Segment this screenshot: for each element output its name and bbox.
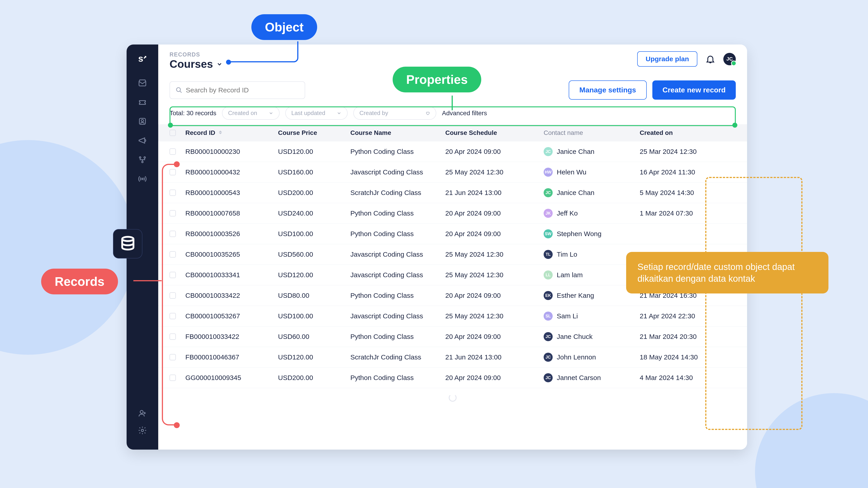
column-contact-name[interactable]: Contact name bbox=[544, 129, 640, 136]
cell-record-id: RB000010000230 bbox=[185, 148, 278, 156]
table-row[interactable]: RB000010000543USD200.00ScratchJr Coding … bbox=[158, 183, 747, 203]
filter-created-by[interactable]: Created by bbox=[353, 106, 436, 120]
cell-price: USD60.00 bbox=[278, 333, 350, 340]
cell-record-id: RB000010007658 bbox=[185, 209, 278, 217]
svg-point-9 bbox=[122, 237, 133, 241]
cell-course-name: Javascript Coding Class bbox=[350, 168, 445, 176]
upgrade-plan-button[interactable]: Upgrade plan bbox=[637, 51, 698, 67]
table-row[interactable]: GG000010009345USD200.00Python Coding Cla… bbox=[158, 367, 747, 388]
cell-contact: SLSam Li bbox=[544, 312, 640, 321]
advanced-filters-link[interactable]: Advanced filters bbox=[442, 109, 487, 117]
records-connector-dot bbox=[174, 161, 180, 167]
annotation-object-label: Object bbox=[251, 14, 317, 40]
cell-contact: EKEsther Kang bbox=[544, 291, 640, 300]
cell-price: USD200.00 bbox=[278, 189, 350, 197]
cell-schedule: 25 May 2024 12:30 bbox=[445, 251, 544, 258]
contact-icon[interactable] bbox=[135, 115, 149, 128]
inbox-icon[interactable] bbox=[135, 76, 149, 90]
column-course-price[interactable]: Course Price bbox=[278, 129, 350, 136]
column-created-on[interactable]: Created on bbox=[640, 129, 736, 136]
contact-avatar: EK bbox=[544, 291, 553, 300]
cell-price: USD120.00 bbox=[278, 353, 350, 361]
cell-contact: JCJane Chuck bbox=[544, 332, 640, 341]
search-field[interactable] bbox=[186, 86, 299, 94]
flow-icon[interactable] bbox=[135, 153, 149, 166]
table-row[interactable]: RB000010007658USD240.00Python Coding Cla… bbox=[158, 203, 747, 224]
cell-schedule: 25 May 2024 12:30 bbox=[445, 271, 544, 279]
records-connector bbox=[162, 164, 177, 425]
contact-name: Lam lam bbox=[557, 271, 583, 279]
cell-record-id: CB000010033341 bbox=[185, 271, 278, 279]
cell-contact: JCJohn Lennon bbox=[544, 353, 640, 362]
contact-avatar: JC bbox=[544, 353, 553, 362]
create-record-button[interactable]: Create new record bbox=[652, 80, 736, 100]
table-row[interactable]: RB000010000432USD160.00Javascript Coding… bbox=[158, 162, 747, 183]
table-row[interactable]: CB000010053267USD100.00Javascript Coding… bbox=[158, 306, 747, 326]
contact-avatar: JC bbox=[544, 147, 553, 156]
cell-price: USD80.00 bbox=[278, 292, 350, 299]
cell-schedule: 21 Jun 2024 13:00 bbox=[445, 189, 544, 197]
table-row[interactable]: RB000010003526USD100.00Python Coding Cla… bbox=[158, 224, 747, 244]
contact-avatar: JC bbox=[544, 332, 553, 341]
cell-contact: LLLam lam bbox=[544, 270, 640, 280]
add-user-icon[interactable] bbox=[135, 407, 149, 420]
cell-course-name: ScratchJr Coding Class bbox=[350, 189, 445, 197]
column-course-name[interactable]: Course Name bbox=[350, 129, 445, 136]
svg-point-6 bbox=[140, 411, 143, 414]
filter-created-on[interactable]: Created on bbox=[222, 106, 280, 120]
svg-point-5 bbox=[142, 178, 143, 180]
object-connector bbox=[228, 41, 298, 62]
cell-course-name: Javascript Coding Class bbox=[350, 251, 445, 258]
svg-point-1 bbox=[141, 120, 144, 122]
table-row[interactable]: FB000010033422USD60.00Python Coding Clas… bbox=[158, 326, 747, 347]
search-input[interactable] bbox=[169, 81, 305, 99]
contact-name: Jeff Ko bbox=[557, 209, 578, 217]
cell-contact: TLTim Lo bbox=[544, 250, 640, 259]
settings-icon[interactable] bbox=[135, 424, 149, 437]
cell-contact: JKJeff Ko bbox=[544, 209, 640, 218]
cell-record-id: CB000010035265 bbox=[185, 251, 278, 258]
cell-created-on: 4 Mar 2024 14:30 bbox=[640, 374, 736, 382]
cell-created-on: 25 Mar 2024 12:30 bbox=[640, 148, 736, 156]
user-avatar[interactable]: JC bbox=[723, 53, 736, 65]
campaign-icon[interactable] bbox=[135, 134, 149, 147]
cell-price: USD240.00 bbox=[278, 209, 350, 217]
cell-record-id: FB000010046367 bbox=[185, 353, 278, 361]
broadcast-icon[interactable] bbox=[135, 172, 149, 186]
database-icon[interactable] bbox=[113, 229, 143, 258]
cell-price: USD100.00 bbox=[278, 230, 350, 238]
filter-last-updated[interactable]: Last updated bbox=[285, 106, 348, 120]
cell-record-id: GG000010009345 bbox=[185, 374, 278, 382]
table-row[interactable]: FB000010046367USD120.00ScratchJr Coding … bbox=[158, 347, 747, 367]
records-connector-line bbox=[133, 280, 162, 281]
object-connector-dot bbox=[226, 60, 231, 65]
breadcrumb: RECORDS bbox=[169, 51, 223, 58]
cell-price: USD120.00 bbox=[278, 148, 350, 156]
row-checkbox[interactable] bbox=[169, 149, 176, 155]
cell-created-on: 18 May 2024 14:30 bbox=[640, 353, 736, 361]
notifications-icon[interactable] bbox=[705, 54, 715, 64]
cell-record-id: RB000010003526 bbox=[185, 230, 278, 238]
records-connector-dot bbox=[174, 422, 180, 428]
column-record-id[interactable]: Record ID bbox=[185, 129, 278, 136]
manage-settings-button[interactable]: Manage settings bbox=[569, 80, 647, 100]
ticket-icon[interactable] bbox=[135, 95, 149, 109]
app-logo: s⬈ bbox=[138, 54, 147, 64]
page-title[interactable]: Courses bbox=[169, 58, 223, 70]
contact-avatar: JC bbox=[544, 188, 553, 197]
table-row[interactable]: RB000010000230USD120.00Python Coding Cla… bbox=[158, 141, 747, 162]
contact-name: Jannet Carson bbox=[557, 374, 601, 382]
loading-indicator bbox=[158, 388, 747, 408]
page-title-text: Courses bbox=[169, 58, 213, 70]
cell-contact: HWHelen Wu bbox=[544, 168, 640, 177]
contact-name: John Lennon bbox=[557, 353, 596, 361]
cell-record-id: RB000010000543 bbox=[185, 189, 278, 197]
svg-point-3 bbox=[144, 157, 146, 158]
cell-contact: SWStephen Wong bbox=[544, 229, 640, 238]
column-course-schedule[interactable]: Course Schedule bbox=[445, 129, 544, 136]
cell-contact: JCJanice Chan bbox=[544, 147, 640, 156]
select-all-checkbox[interactable] bbox=[169, 130, 176, 136]
contact-avatar: JC bbox=[544, 373, 553, 382]
contact-name: Sam Li bbox=[557, 312, 578, 320]
heart-icon bbox=[425, 111, 430, 116]
